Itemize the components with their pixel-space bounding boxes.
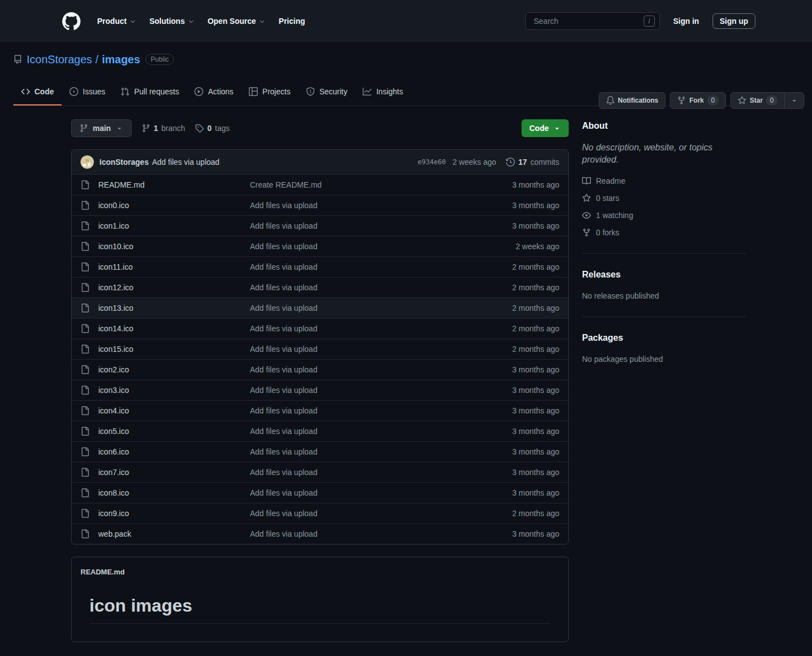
row-commit-message-link[interactable]: Add files via upload bbox=[250, 282, 473, 294]
tab-actions-label: Actions bbox=[208, 86, 233, 98]
fork-icon bbox=[677, 96, 686, 105]
file-name-link[interactable]: icon11.ico bbox=[98, 261, 241, 273]
commit-author-link[interactable]: IconStorages bbox=[99, 157, 149, 168]
file-name-link[interactable]: icon2.ico bbox=[98, 364, 241, 376]
forks-link[interactable]: 0 forks bbox=[582, 227, 746, 239]
file-name-link[interactable]: README.md bbox=[98, 179, 241, 191]
repo-header: IconStorages / images Public Notificatio… bbox=[0, 42, 812, 106]
file-name-link[interactable]: icon8.ico bbox=[98, 487, 241, 499]
site-header: Product Solutions Open Source Pricing / … bbox=[0, 0, 812, 42]
file-icon bbox=[81, 529, 89, 538]
commit-sha-link[interactable]: e934e60 bbox=[418, 157, 446, 167]
star-count: 0 bbox=[766, 95, 778, 105]
tab-actions[interactable]: Actions bbox=[187, 79, 241, 105]
tab-issues[interactable]: Issues bbox=[62, 79, 113, 105]
releases-heading: Releases bbox=[582, 268, 746, 281]
tab-security[interactable]: Security bbox=[298, 79, 355, 105]
file-name-link[interactable]: icon12.ico bbox=[98, 282, 241, 294]
file-icon bbox=[81, 468, 89, 477]
row-commit-date: 3 months ago bbox=[482, 179, 559, 191]
tab-pull-requests[interactable]: Pull requests bbox=[113, 79, 187, 105]
notifications-button[interactable]: Notifications bbox=[599, 92, 666, 109]
about-heading: About bbox=[582, 119, 746, 133]
row-commit-message-link[interactable]: Add files via upload bbox=[250, 241, 473, 253]
file-icon bbox=[81, 427, 89, 436]
row-commit-message-link[interactable]: Add files via upload bbox=[250, 405, 473, 417]
stars-link[interactable]: 0 stars bbox=[582, 193, 746, 204]
code-download-button[interactable]: Code bbox=[522, 119, 569, 137]
row-commit-message-link[interactable]: Add files via upload bbox=[250, 200, 473, 211]
commit-message-link[interactable]: Add files via upload bbox=[152, 157, 219, 168]
file-name-link[interactable]: icon0.ico bbox=[98, 200, 241, 211]
sign-in-link[interactable]: Sign in bbox=[669, 12, 704, 31]
git-branch-icon bbox=[79, 124, 88, 133]
repo-name-link[interactable]: images bbox=[102, 51, 140, 68]
repo-title: IconStorages / images Public bbox=[13, 51, 799, 68]
star-dropdown-button[interactable] bbox=[784, 93, 804, 108]
tab-code-label: Code bbox=[34, 86, 54, 98]
row-commit-message-link[interactable]: Add files via upload bbox=[250, 323, 473, 335]
file-name-link[interactable]: icon6.ico bbox=[98, 446, 241, 458]
play-icon bbox=[194, 87, 203, 96]
branch-bar: main 1 branch 0 tags Code bbox=[71, 119, 569, 137]
file-icon bbox=[81, 365, 89, 374]
branches-label: branch bbox=[161, 123, 185, 134]
file-table-body: README.md Create README.md 3 months ago … bbox=[72, 174, 568, 544]
file-name-link[interactable]: icon13.ico bbox=[98, 302, 241, 314]
branches-link[interactable]: 1 branch bbox=[142, 123, 186, 134]
tags-link[interactable]: 0 tags bbox=[195, 123, 229, 134]
nav-solutions[interactable]: Solutions bbox=[145, 11, 199, 32]
readme-filename: README.md bbox=[81, 568, 124, 576]
repo-owner-link[interactable]: IconStorages bbox=[27, 51, 92, 68]
file-name-link[interactable]: web.pack bbox=[98, 528, 241, 540]
tab-insights[interactable]: Insights bbox=[355, 79, 410, 105]
nav-product[interactable]: Product bbox=[93, 11, 141, 32]
file-name-link[interactable]: icon5.ico bbox=[98, 426, 241, 437]
row-commit-message-link[interactable]: Add files via upload bbox=[250, 467, 473, 478]
sign-up-button[interactable]: Sign up bbox=[713, 13, 755, 29]
row-commit-message-link[interactable]: Add files via upload bbox=[250, 385, 473, 396]
readme-link[interactable]: Readme bbox=[582, 175, 746, 187]
row-commit-message-link[interactable]: Add files via upload bbox=[250, 364, 473, 376]
nav-open-source[interactable]: Open Source bbox=[203, 11, 270, 32]
file-name-link[interactable]: icon1.ico bbox=[98, 220, 241, 232]
row-commit-message-link[interactable]: Add files via upload bbox=[250, 446, 473, 458]
star-button[interactable]: Star 0 bbox=[731, 93, 784, 108]
search-input[interactable] bbox=[533, 16, 644, 26]
table-row: icon6.ico Add files via upload 3 months … bbox=[72, 441, 568, 462]
row-commit-message-link[interactable]: Add files via upload bbox=[250, 261, 473, 273]
nav-pricing[interactable]: Pricing bbox=[274, 11, 309, 32]
file-name-link[interactable]: icon10.ico bbox=[98, 241, 241, 253]
row-commit-message-link[interactable]: Add files via upload bbox=[250, 426, 473, 437]
github-logo-icon[interactable] bbox=[62, 12, 93, 31]
file-name-link[interactable]: icon3.ico bbox=[98, 385, 241, 396]
commits-count: 17 bbox=[518, 157, 527, 168]
row-commit-date: 3 months ago bbox=[482, 426, 559, 437]
branch-selector-button[interactable]: main bbox=[71, 119, 132, 137]
table-row: icon2.ico Add files via upload 3 months … bbox=[72, 359, 568, 380]
file-name-link[interactable]: icon7.ico bbox=[98, 467, 241, 478]
visibility-badge: Public bbox=[146, 54, 174, 65]
row-commit-message-link[interactable]: Add files via upload bbox=[250, 344, 473, 355]
graph-icon bbox=[363, 87, 372, 96]
row-commit-message-link[interactable]: Add files via upload bbox=[250, 528, 473, 540]
fork-button[interactable]: Fork 0 bbox=[670, 92, 726, 109]
tab-projects[interactable]: Projects bbox=[241, 79, 298, 105]
avatar[interactable] bbox=[81, 155, 94, 169]
commit-time: 2 weeks ago bbox=[453, 157, 497, 168]
file-name-link[interactable]: icon14.ico bbox=[98, 323, 241, 335]
watching-link[interactable]: 1 watching bbox=[582, 210, 746, 221]
row-commit-date: 3 months ago bbox=[482, 200, 559, 211]
row-commit-message-link[interactable]: Add files via upload bbox=[250, 220, 473, 232]
file-name-link[interactable]: icon15.ico bbox=[98, 344, 241, 355]
file-name-link[interactable]: icon4.ico bbox=[98, 405, 241, 417]
row-commit-message-link[interactable]: Add files via upload bbox=[250, 487, 473, 499]
row-commit-message-link[interactable]: Create README.md bbox=[250, 179, 473, 191]
row-commit-date: 2 months ago bbox=[482, 508, 559, 519]
commit-history-link[interactable]: 17 commits bbox=[506, 157, 559, 168]
row-commit-message-link[interactable]: Add files via upload bbox=[250, 508, 473, 519]
row-commit-message-link[interactable]: Add files via upload bbox=[250, 302, 473, 314]
file-name-link[interactable]: icon9.ico bbox=[98, 508, 241, 519]
search-box[interactable]: / bbox=[525, 12, 660, 30]
tab-code[interactable]: Code bbox=[13, 79, 62, 105]
